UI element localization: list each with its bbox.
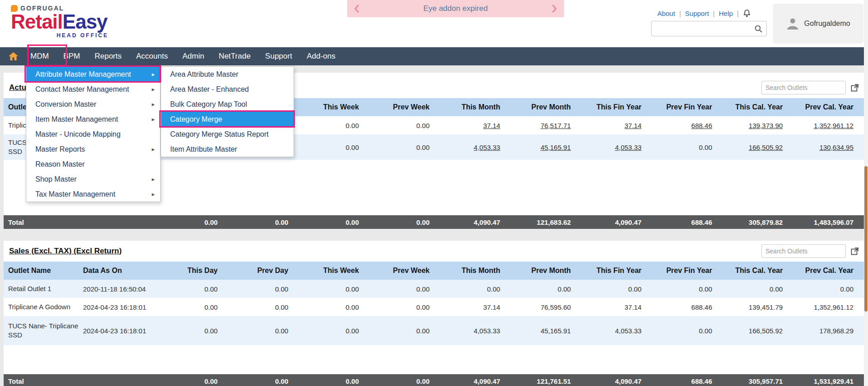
total-value-cell: 0.00 xyxy=(229,374,299,386)
value-cell: 37.14 xyxy=(441,116,511,134)
submenu-item-area-master-enhanced[interactable]: Area Master - Enhanced xyxy=(161,82,294,97)
menu-item-label: Bulk Category Map Tool xyxy=(170,100,288,109)
user-menu[interactable]: Gofrugaldemo xyxy=(773,4,863,44)
value-cell: 139,451.79 xyxy=(723,298,794,316)
submenu-item-category-merge-status-report[interactable]: Category Merge Status Report xyxy=(161,127,294,142)
scrollbar-thumb[interactable] xyxy=(864,166,868,312)
about-link[interactable]: About xyxy=(657,10,675,17)
drilldown-link[interactable]: 45,165.91 xyxy=(540,144,571,151)
menu-item-label: Area Master - Enhanced xyxy=(170,85,288,94)
value-cell: 37.14 xyxy=(582,116,652,134)
drilldown-link[interactable]: 37.14 xyxy=(483,122,500,129)
menu-item-shop-master[interactable]: Shop Master▸ xyxy=(26,172,160,187)
attribute-master-submenu: Area Attribute MasterArea Master - Enhan… xyxy=(161,66,294,157)
menu-item-label: Master - Unicode Mapping xyxy=(35,130,155,139)
total-value-cell: 121,683.62 xyxy=(511,215,582,229)
value-cell: 0.00 xyxy=(652,316,723,345)
help-link[interactable]: Help xyxy=(719,10,733,17)
username: Gofrugaldemo xyxy=(804,20,850,28)
drilldown-link[interactable]: 4,053.33 xyxy=(474,144,500,151)
drilldown-link[interactable]: 139,373.90 xyxy=(749,122,783,129)
submenu-arrow-icon: ▸ xyxy=(152,86,155,93)
banner-next-button[interactable] xyxy=(552,4,558,14)
drilldown-link[interactable]: 4,053.33 xyxy=(615,144,641,151)
search-outlets-input[interactable] xyxy=(761,244,846,258)
value-cell: 0.00 xyxy=(299,134,370,160)
menu-item-master-unicode-mapping[interactable]: Master - Unicode Mapping xyxy=(26,127,160,142)
submenu-arrow-icon: ▸ xyxy=(152,101,155,108)
top-links: About | Support | Help | xyxy=(657,9,751,18)
nav-item-nettrade[interactable]: NetTrade xyxy=(211,47,258,65)
column-header: Prev Week xyxy=(370,262,441,280)
column-header: Prev Month xyxy=(511,262,582,280)
drilldown-link[interactable]: 76,517.71 xyxy=(540,122,571,129)
drilldown-link[interactable]: 166,505.92 xyxy=(749,144,783,151)
menu-item-conversion-master[interactable]: Conversion Master▸ xyxy=(26,97,160,112)
value-cell: 178,968.29 xyxy=(794,316,864,345)
menu-item-label: Item Master Management xyxy=(35,115,148,124)
menu-item-label: Category Merge xyxy=(170,115,288,124)
column-header: Data As On xyxy=(78,262,158,280)
total-value-cell: 1,483,596.07 xyxy=(794,215,864,229)
total-value-cell: 305,879.82 xyxy=(723,215,794,229)
menu-item-label: Area Attribute Master xyxy=(170,70,288,79)
nav-item-admin[interactable]: Admin xyxy=(175,47,211,65)
menu-item-contact-master-management[interactable]: Contact Master Management▸ xyxy=(26,82,160,97)
menu-item-attribute-master-management[interactable]: Attribute Master Management▸ xyxy=(26,67,160,82)
nav-item-reports[interactable]: Reports xyxy=(87,47,129,65)
drilldown-link[interactable]: 37.14 xyxy=(624,122,642,129)
panel-sales-title[interactable]: Sales (Excl. TAX) (Excl Return) xyxy=(9,247,122,256)
main-navbar: MDM BPM Reports Accounts Admin NetTrade … xyxy=(0,47,868,65)
column-header: Outlet Name xyxy=(4,262,78,280)
bell-icon xyxy=(743,9,751,18)
value-cell: 0.00 xyxy=(299,116,370,134)
menu-item-reason-master[interactable]: Reason Master xyxy=(26,157,160,172)
value-cell: 688.46 xyxy=(652,298,723,316)
table-header-row: Outlet NameData As OnThis DayPrev DayThi… xyxy=(4,262,864,280)
global-search-input[interactable] xyxy=(652,25,754,33)
nav-item-mdm[interactable]: MDM xyxy=(23,47,56,65)
column-header: This Cal. Year xyxy=(723,262,794,280)
value-cell: 0.00 xyxy=(158,298,229,316)
notification-bell-button[interactable] xyxy=(743,9,751,18)
menu-item-master-reports[interactable]: Master Reports▸ xyxy=(26,142,160,157)
nav-item-bpm[interactable]: BPM xyxy=(56,47,88,65)
drilldown-link[interactable]: 1,352,961.12 xyxy=(814,122,853,129)
submenu-item-bulk-category-map-tool[interactable]: Bulk Category Map Tool xyxy=(161,97,294,112)
value-cell: 0.00 xyxy=(370,280,441,298)
nav-item-support[interactable]: Support xyxy=(258,47,299,65)
submenu-arrow-icon: ▸ xyxy=(152,146,155,153)
nav-item-accounts[interactable]: Accounts xyxy=(129,47,175,65)
drilldown-link[interactable]: 130,634.95 xyxy=(819,144,853,151)
expand-panel-button[interactable] xyxy=(850,247,859,256)
value-cell: 4,053.33 xyxy=(441,134,511,160)
value-cell: 139,373.90 xyxy=(723,116,794,134)
total-value-cell: 0.00 xyxy=(370,374,441,386)
menu-item-item-master-management[interactable]: Item Master Management▸ xyxy=(26,112,160,127)
search-icon xyxy=(754,25,763,33)
home-button[interactable] xyxy=(8,52,19,61)
submenu-item-category-merge[interactable]: Category Merge xyxy=(161,112,294,127)
link-separator: | xyxy=(737,10,739,17)
search-outlets-input[interactable] xyxy=(761,81,846,94)
banner-text: Eye addon expired xyxy=(359,4,552,13)
column-header: This Fin Year xyxy=(582,98,652,116)
support-link[interactable]: Support xyxy=(685,10,709,17)
total-value-cell: 688.46 xyxy=(652,215,723,229)
drilldown-link[interactable]: 688.46 xyxy=(691,122,712,129)
value-cell: 37.14 xyxy=(441,298,511,316)
search-submit-button[interactable] xyxy=(754,25,763,33)
expand-panel-button[interactable] xyxy=(850,84,859,92)
submenu-item-item-attribute-master[interactable]: Item Attribute Master xyxy=(161,142,294,157)
column-header: Prev Cal. Year xyxy=(794,98,864,116)
banner-prev-button[interactable] xyxy=(353,4,359,14)
submenu-item-area-attribute-master[interactable]: Area Attribute Master xyxy=(161,67,294,82)
total-value-cell: 121,761.51 xyxy=(511,374,582,386)
value-cell: 45,165.91 xyxy=(511,316,582,345)
menu-item-tax-master-management[interactable]: Tax Master Management▸ xyxy=(26,187,160,202)
nav-item-addons[interactable]: Add-ons xyxy=(299,47,343,65)
panel-actual-title[interactable]: Actu xyxy=(9,83,26,92)
value-cell: 0.00 xyxy=(299,316,370,345)
column-header: Prev Fin Year xyxy=(652,262,723,280)
submenu-arrow-icon: ▸ xyxy=(152,116,155,123)
